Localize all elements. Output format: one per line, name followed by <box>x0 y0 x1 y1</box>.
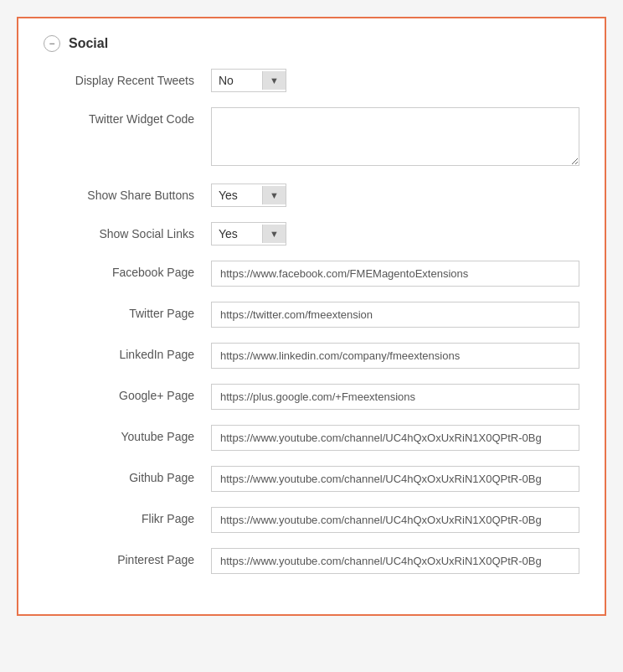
linkedin-page-input[interactable] <box>211 343 579 369</box>
display-recent-tweets-arrow[interactable]: ▼ <box>262 71 286 90</box>
github-page-row: Github Page <box>44 466 579 492</box>
twitter-widget-code-row: Twitter Widget Code <box>44 107 579 168</box>
google-plus-page-row: Google+ Page <box>44 384 579 410</box>
twitter-widget-code-control <box>211 107 579 168</box>
youtube-page-label: Youtube Page <box>44 425 211 443</box>
show-social-links-select-wrapper[interactable]: Yes No ▼ <box>211 222 286 246</box>
linkedin-page-label: LinkedIn Page <box>44 343 211 361</box>
github-page-label: Github Page <box>44 466 211 484</box>
facebook-page-control <box>211 261 579 287</box>
youtube-page-input[interactable] <box>211 425 579 451</box>
pinterest-page-input[interactable] <box>211 548 579 574</box>
show-share-buttons-label: Show Share Buttons <box>44 184 211 202</box>
display-recent-tweets-control: No Yes ▼ <box>211 69 579 92</box>
show-share-buttons-row: Show Share Buttons Yes No ▼ <box>44 184 579 207</box>
facebook-page-label: Facebook Page <box>44 261 211 279</box>
facebook-page-input[interactable] <box>211 261 579 287</box>
pinterest-page-row: Pinterest Page <box>44 548 579 574</box>
show-share-buttons-select[interactable]: Yes No <box>212 184 262 206</box>
show-social-links-arrow[interactable]: ▼ <box>262 225 286 243</box>
pinterest-page-label: Pinterest Page <box>44 548 211 566</box>
display-recent-tweets-row: Display Recent Tweets No Yes ▼ <box>44 69 579 92</box>
youtube-page-row: Youtube Page <box>44 425 579 451</box>
panel-header: − Social <box>44 35 579 52</box>
pinterest-page-control <box>211 548 579 574</box>
show-social-links-label: Show Social Links <box>44 222 211 240</box>
linkedin-page-control <box>211 343 579 369</box>
panel-title: Social <box>69 36 108 51</box>
show-share-buttons-control: Yes No ▼ <box>211 184 579 207</box>
show-social-links-control: Yes No ▼ <box>211 222 579 246</box>
github-page-control <box>211 466 579 492</box>
facebook-page-row: Facebook Page <box>44 261 579 287</box>
show-social-links-row: Show Social Links Yes No ▼ <box>44 222 579 246</box>
google-plus-page-control <box>211 384 579 410</box>
github-page-input[interactable] <box>211 466 579 492</box>
twitter-widget-code-textarea[interactable] <box>211 107 579 166</box>
display-recent-tweets-label: Display Recent Tweets <box>44 69 211 87</box>
twitter-widget-code-label: Twitter Widget Code <box>44 107 211 126</box>
show-share-buttons-arrow[interactable]: ▼ <box>262 186 286 204</box>
google-plus-page-label: Google+ Page <box>44 384 211 402</box>
show-social-links-select[interactable]: Yes No <box>212 223 262 245</box>
display-recent-tweets-select-wrapper[interactable]: No Yes ▼ <box>211 69 286 92</box>
youtube-page-control <box>211 425 579 451</box>
display-recent-tweets-select[interactable]: No Yes <box>212 70 262 91</box>
google-plus-page-input[interactable] <box>211 384 579 410</box>
twitter-page-row: Twitter Page <box>44 302 579 328</box>
flikr-page-row: Flikr Page <box>44 507 579 533</box>
social-panel: − Social Display Recent Tweets No Yes ▼ … <box>17 17 606 616</box>
linkedin-page-row: LinkedIn Page <box>44 343 579 369</box>
twitter-page-control <box>211 302 579 328</box>
flikr-page-input[interactable] <box>211 507 579 533</box>
twitter-page-input[interactable] <box>211 302 579 328</box>
flikr-page-label: Flikr Page <box>44 507 211 525</box>
flikr-page-control <box>211 507 579 533</box>
collapse-icon[interactable]: − <box>44 35 60 52</box>
show-share-buttons-select-wrapper[interactable]: Yes No ▼ <box>211 184 286 207</box>
twitter-page-label: Twitter Page <box>44 302 211 320</box>
